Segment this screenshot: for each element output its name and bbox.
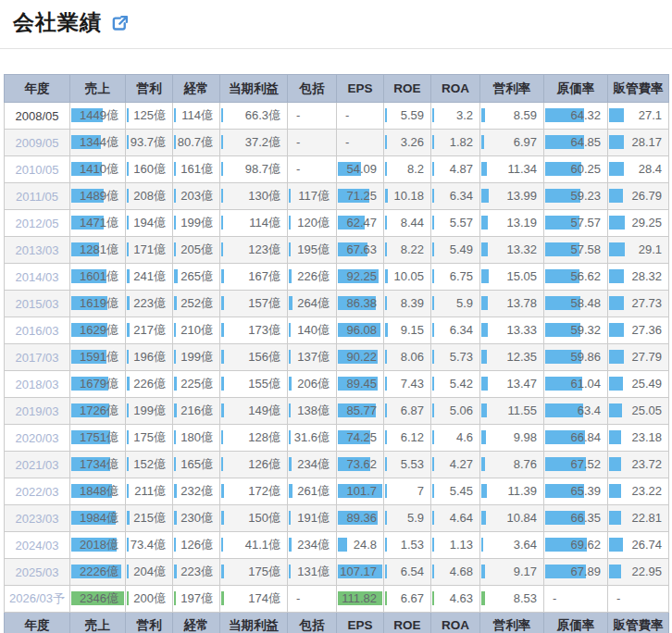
- cell-eps: 86.38: [337, 291, 384, 317]
- year-link[interactable]: 2010/05: [16, 163, 59, 177]
- year-link[interactable]: 2009/05: [16, 136, 59, 150]
- year-link[interactable]: 2025/03: [16, 565, 59, 579]
- value-text: 126億: [173, 532, 219, 558]
- cell-sales: 1471億: [70, 210, 126, 237]
- value-text: 265億: [173, 264, 219, 290]
- year-link[interactable]: 2008/05: [16, 109, 59, 123]
- value-text: 96.08: [337, 317, 383, 343]
- value-text: 223億: [173, 559, 219, 585]
- value-text: 11.34: [480, 156, 543, 182]
- external-link-icon[interactable]: [111, 15, 129, 32]
- value-text: 7: [384, 478, 430, 504]
- cell-eps: -: [337, 130, 384, 156]
- cell-net: 150億: [220, 505, 288, 532]
- value-text: 6.97: [480, 130, 543, 155]
- cell-sales: 1679億: [70, 371, 126, 398]
- cell-op: 152億: [126, 452, 173, 478]
- year-link[interactable]: 2018/03: [16, 378, 59, 391]
- value-text: 1.82: [431, 130, 479, 155]
- cell-year: 2020/03: [5, 425, 70, 452]
- cell-op: 200億: [126, 586, 173, 613]
- column-header-sales: 売上: [70, 75, 126, 103]
- value-text: 5.42: [431, 371, 479, 397]
- cell-sales: 1984億: [70, 505, 126, 532]
- cell-ord: 205億: [173, 237, 220, 264]
- cell-sga: 22.95: [608, 559, 669, 586]
- value-text: 24.8: [337, 532, 383, 558]
- cell-sales: 1410億: [70, 156, 126, 183]
- cell-year: 2016/03: [5, 317, 70, 344]
- cell-year: 2018/03: [5, 371, 70, 398]
- value-text: 4.87: [431, 156, 479, 182]
- cell-sales: 1489億: [70, 183, 126, 210]
- table-row: 2018/031679億226億225億155億206億89.457.435.4…: [5, 371, 669, 398]
- value-text: 101.7: [337, 478, 383, 504]
- value-text: 69.62: [544, 532, 607, 558]
- cell-roe: 8.22: [384, 237, 431, 264]
- cell-year: 2010/05: [5, 156, 70, 183]
- value-text: 71.25: [337, 183, 383, 209]
- cell-op: 215億: [126, 505, 173, 532]
- value-text: 191億: [288, 505, 336, 531]
- table-row: 2017/031591億196億199億156億137億90.228.065.7…: [5, 344, 669, 371]
- year-link[interactable]: 2022/03: [16, 485, 59, 499]
- table-row: 2020/031751億175億180億128億31.6億74.256.124.…: [5, 425, 669, 452]
- value-text: 15.05: [480, 264, 543, 290]
- column-header-year: 年度: [5, 75, 70, 103]
- cell-comp: 191億: [288, 505, 337, 532]
- year-link[interactable]: 2020/03: [16, 431, 59, 445]
- year-link[interactable]: 2016/03: [16, 324, 59, 338]
- value-text: 60.25: [544, 156, 607, 182]
- year-link[interactable]: 2012/05: [16, 217, 59, 230]
- year-link[interactable]: 2015/03: [16, 297, 59, 311]
- cell-opm: 13.33: [480, 317, 544, 344]
- cell-comp: 137億: [288, 344, 337, 371]
- value-text: 27.73: [608, 291, 668, 316]
- year-link[interactable]: 2026/03予: [9, 591, 65, 605]
- year-link[interactable]: 2014/03: [16, 270, 59, 284]
- value-text: 1591億: [70, 344, 125, 370]
- year-link[interactable]: 2017/03: [16, 351, 59, 365]
- column-header-cost: 原価率: [544, 75, 608, 103]
- cell-op: 223億: [126, 291, 173, 317]
- value-text: 10.18: [384, 183, 430, 209]
- value-text: 215億: [126, 505, 172, 531]
- cell-eps: 89.45: [337, 371, 384, 398]
- value-text: 92.25: [337, 264, 383, 290]
- cell-sales: 2346億: [70, 586, 126, 613]
- cell-opm: 13.32: [480, 237, 544, 264]
- table-row: 2025/032226億204億223億175億131億107.176.544.…: [5, 559, 669, 586]
- cell-eps: 54.09: [337, 156, 384, 183]
- value-text: 5.73: [431, 344, 479, 370]
- value-text: 197億: [173, 586, 219, 612]
- value-text: 4.63: [431, 586, 479, 612]
- value-text: 234億: [288, 452, 336, 478]
- value-text: 130億: [220, 183, 287, 209]
- cell-eps: 85.77: [337, 398, 384, 425]
- year-link[interactable]: 2023/03: [16, 512, 59, 526]
- cell-net: 174億: [220, 586, 288, 613]
- cell-sales: 1601億: [70, 264, 126, 291]
- value-text: 217億: [126, 317, 172, 343]
- value-text: 2226億: [70, 559, 125, 585]
- cell-year: 2026/03予: [5, 586, 70, 613]
- value-text: 89.36: [337, 505, 383, 531]
- year-link[interactable]: 2019/03: [16, 404, 59, 418]
- value-text: 200億: [126, 586, 172, 612]
- value-text: 11.39: [480, 478, 543, 504]
- cell-eps: 62.47: [337, 210, 384, 237]
- value-text: 67.63: [337, 237, 383, 263]
- cell-ord: 80.7億: [173, 130, 220, 156]
- value-text: 211億: [126, 478, 172, 504]
- cell-net: 172億: [220, 478, 288, 505]
- value-text: 23.22: [608, 478, 668, 504]
- year-link[interactable]: 2011/05: [16, 190, 58, 204]
- cell-roa: 1.82: [431, 130, 480, 156]
- cell-comp: -: [288, 130, 337, 156]
- value-text: 8.44: [384, 210, 430, 236]
- year-link[interactable]: 2021/03: [16, 458, 59, 472]
- value-text: 29.25: [608, 210, 668, 236]
- year-link[interactable]: 2013/03: [16, 243, 59, 257]
- year-link[interactable]: 2024/03: [16, 539, 59, 552]
- cell-sga: 26.79: [608, 183, 669, 210]
